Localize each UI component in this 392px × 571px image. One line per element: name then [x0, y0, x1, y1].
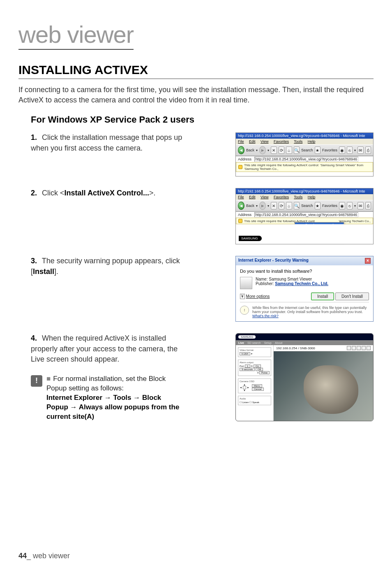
- screenshot-2: http://192.168.0.254:10000/live_view.cgi…: [235, 188, 374, 244]
- menu-help[interactable]: Help: [308, 195, 316, 199]
- address-label: Address: [238, 213, 251, 217]
- favorites-icon[interactable]: ★: [315, 202, 321, 209]
- alarm-pulse-button[interactable]: Pulse: [259, 371, 270, 374]
- stop-icon[interactable]: ✕: [271, 146, 277, 154]
- osd-center[interactable]: [243, 386, 246, 389]
- dont-install-button[interactable]: Don't Install: [335, 292, 369, 300]
- live-sidebar: Video format H.264 ▾ Alarm output Port 1…: [236, 345, 274, 421]
- menu-file[interactable]: File: [238, 139, 244, 144]
- caution-icon: !: [31, 375, 42, 387]
- alarm-port-select[interactable]: 1: [245, 364, 250, 368]
- audio-listen-checkbox[interactable]: Listen: [242, 401, 249, 404]
- address-value[interactable]: http://192.168.0.254:10000/live_view.cgi…: [254, 157, 358, 162]
- menu-edit[interactable]: Edit: [249, 195, 256, 199]
- more-options[interactable]: ¥More options: [240, 294, 270, 299]
- ie-toolbar-2: ◄ Back ▾ ► ▾ ✕ ⟳ ⌂ 🔍 Search ★ Favorites …: [236, 200, 373, 211]
- address-value[interactable]: http://192.168.0.254:10000/live_view.cgi…: [254, 212, 358, 217]
- home-icon[interactable]: ⌂: [286, 202, 292, 209]
- screenshot-1: http://192.168.0.254:10000/live_view.cgi…: [235, 132, 374, 176]
- menu-edit[interactable]: Edit: [249, 139, 256, 144]
- tab-setup[interactable]: Setup: [264, 341, 272, 344]
- osd-label: Camera OSD: [240, 380, 270, 383]
- menu-favorites[interactable]: Favorites: [274, 139, 289, 144]
- step-4-number: 4.: [31, 333, 40, 344]
- osd-down[interactable]: ▼: [243, 389, 246, 392]
- activex-info-bar-2[interactable]: This site might require the following Ac…: [236, 218, 373, 224]
- forward-button[interactable]: ►: [259, 202, 266, 210]
- search-icon[interactable]: 🔍: [294, 202, 300, 209]
- util-icon-2[interactable]: [352, 346, 356, 350]
- step-2-cmd: Install ActiveX Control...: [65, 189, 149, 197]
- bullet-icon: ■: [46, 375, 51, 383]
- alarm-off-button[interactable]: Off: [256, 368, 263, 371]
- menu-view[interactable]: View: [261, 195, 268, 199]
- subheading: For Windows XP Service Pack 2 users: [31, 114, 374, 125]
- util-icon-5[interactable]: [367, 346, 371, 350]
- media-icon[interactable]: ◉: [339, 146, 345, 154]
- live-main: 192.168.0.254 / SNB-3000: [274, 345, 373, 421]
- print-icon[interactable]: ⎙: [365, 146, 371, 154]
- install-button[interactable]: Install: [311, 292, 334, 300]
- favorites-label: Favorites: [322, 148, 337, 152]
- step-1-text: 1. Click the installation message that p…: [31, 132, 183, 153]
- ie-menubar: File Edit View Favorites Tools Help: [236, 139, 373, 144]
- menu-view[interactable]: View: [261, 139, 268, 144]
- video-format-select[interactable]: H.264: [240, 352, 250, 355]
- menu-file[interactable]: File: [238, 195, 244, 199]
- software-icon: [240, 277, 252, 289]
- osd-right[interactable]: ►: [247, 386, 249, 389]
- live-util-icons: [347, 346, 371, 350]
- dialog-warn-link[interactable]: What's the risk?: [252, 314, 279, 318]
- util-icon-1[interactable]: [347, 346, 351, 350]
- back-label: Back: [246, 204, 254, 208]
- forward-button[interactable]: ►: [259, 146, 266, 154]
- dialog-question: Do you want to install this software?: [240, 269, 369, 274]
- back-button[interactable]: ◄: [238, 146, 244, 154]
- activex-info-bar[interactable]: This site might require the following Ac…: [236, 162, 373, 172]
- menu-tools[interactable]: Tools: [294, 139, 302, 144]
- stop-icon[interactable]: ✕: [271, 202, 277, 209]
- history-icon[interactable]: ⎋: [347, 202, 353, 209]
- tab-sd-search[interactable]: SD search: [247, 341, 261, 344]
- mail-icon[interactable]: ✉: [357, 202, 363, 209]
- audio-speak-checkbox[interactable]: Speak: [252, 401, 259, 404]
- close-icon[interactable]: ×: [365, 258, 371, 264]
- samsung-logo: SAMSUNG: [239, 236, 262, 241]
- osd-menu-button[interactable]: Menu: [252, 384, 262, 388]
- panel-video-format: Video format H.264 ▾: [238, 347, 271, 357]
- util-icon-3[interactable]: [357, 346, 361, 350]
- history-icon[interactable]: ⎋: [347, 146, 353, 154]
- favorites-icon[interactable]: ★: [315, 146, 321, 154]
- alarm-duration-select[interactable]: 3 seconds: [240, 368, 255, 371]
- dialog-warning: ! While files from the Internet can be u…: [240, 302, 369, 318]
- util-icon-4[interactable]: [362, 346, 366, 350]
- refresh-icon[interactable]: ⟳: [279, 146, 284, 154]
- home-icon[interactable]: ⌂: [286, 146, 292, 154]
- mail-icon[interactable]: ✉: [357, 146, 363, 154]
- ie-titlebar-2: http://192.168.0.254:10000/live_view.cgi…: [236, 188, 373, 194]
- search-icon[interactable]: 🔍: [294, 146, 300, 154]
- print-icon[interactable]: ⎙: [365, 202, 371, 209]
- tab-live[interactable]: Live: [238, 341, 244, 344]
- step-4-text: 4. When the required ActiveX is installe…: [31, 333, 183, 364]
- step-2-row: 2. Click <Install ActiveX Control...>. h…: [31, 188, 374, 244]
- osd-left[interactable]: ◄: [240, 386, 242, 389]
- alarm-a: A: [257, 371, 259, 374]
- osd-cancel-button[interactable]: Cancel: [252, 388, 264, 391]
- tab-about[interactable]: About: [275, 341, 282, 344]
- back-button[interactable]: ◄: [238, 202, 244, 210]
- media-icon[interactable]: ◉: [339, 202, 345, 209]
- menu-help[interactable]: Help: [308, 139, 316, 144]
- live-video-feed: [274, 351, 373, 421]
- ie-address-bar-2: Address http://192.168.0.254:10000/live_…: [236, 211, 373, 218]
- refresh-icon[interactable]: ⟳: [279, 202, 284, 209]
- menu-tools[interactable]: Tools: [294, 195, 302, 199]
- dialog-publisher[interactable]: Samsung Techwin Co., Ltd.: [275, 281, 328, 286]
- ie-menubar-2: File Edit View Favorites Tools Help: [236, 194, 373, 200]
- alarm-on-button[interactable]: On: [254, 364, 261, 368]
- step-4-row: 4. When the required ActiveX is installe…: [31, 333, 374, 421]
- menu-favorites[interactable]: Favorites: [274, 195, 289, 199]
- live-body: Video format H.264 ▾ Alarm output Port 1…: [236, 345, 373, 421]
- live-header: 192.168.0.254 / SNB-3000: [274, 345, 373, 351]
- step-1-number: 1.: [31, 132, 40, 143]
